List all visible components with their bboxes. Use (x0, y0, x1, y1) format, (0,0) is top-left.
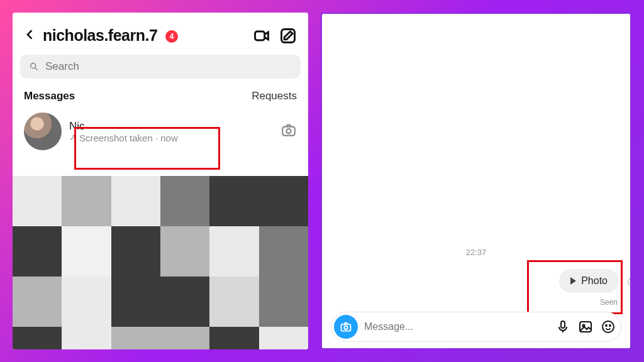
svg-rect-4 (282, 127, 295, 136)
avatar (24, 112, 62, 150)
back-icon[interactable] (24, 28, 36, 43)
svg-line-3 (35, 68, 37, 70)
play-icon (570, 277, 576, 285)
video-call-icon[interactable] (253, 27, 270, 45)
message-composer (331, 312, 621, 342)
notification-badge: 4 (165, 30, 178, 43)
inbox-tabs: Messages Requests (13, 86, 308, 106)
chat-body: 22:37 Photo Seen (322, 14, 630, 348)
composer-actions (555, 319, 616, 334)
camera-icon[interactable] (280, 122, 297, 141)
compose-icon[interactable] (279, 27, 297, 45)
photo-message-label: Photo (581, 275, 608, 287)
sticker-icon[interactable] (601, 319, 616, 334)
tab-requests[interactable]: Requests (252, 90, 297, 102)
conversation-row[interactable]: Nic ↗ Screenshot taken · now (13, 106, 308, 159)
search-field[interactable] (20, 55, 301, 79)
svg-point-5 (286, 129, 291, 133)
svg-point-13 (606, 325, 607, 326)
photo-message-bubble[interactable]: Photo (559, 269, 619, 293)
svg-rect-0 (255, 31, 265, 40)
camera-button[interactable] (334, 315, 358, 339)
svg-rect-1 (282, 29, 295, 42)
conversation-name: Nic (69, 120, 273, 133)
svg-point-14 (609, 325, 611, 326)
conversation-subtitle: ↗ Screenshot taken · now (69, 133, 273, 143)
pixelated-overlay (13, 176, 308, 349)
sent-message-block: Photo Seen (559, 269, 619, 307)
svg-rect-6 (341, 324, 351, 331)
seen-status: Seen (559, 298, 618, 307)
search-input[interactable] (45, 60, 292, 73)
gallery-icon[interactable] (578, 319, 593, 334)
inbox-panel: nicholas.fearn.7 4 Messages Requests (13, 13, 308, 349)
message-input[interactable] (364, 321, 549, 332)
inbox-header: nicholas.fearn.7 4 (13, 13, 308, 51)
chat-timestamp: 22:37 (322, 248, 630, 257)
loading-spinner-icon (628, 278, 631, 287)
header-actions (253, 27, 297, 45)
svg-point-7 (344, 326, 348, 330)
share-arrow-icon: ↗ (69, 132, 77, 142)
conversation-text: Nic ↗ Screenshot taken · now (69, 120, 273, 143)
svg-point-2 (31, 63, 36, 69)
search-icon (29, 62, 39, 72)
svg-rect-8 (561, 321, 565, 328)
svg-point-12 (602, 321, 614, 332)
chat-panel: 22:37 Photo Seen (321, 13, 631, 349)
username-label: nicholas.fearn.7 (43, 26, 157, 44)
tab-messages[interactable]: Messages (24, 90, 75, 102)
microphone-icon[interactable] (555, 319, 570, 334)
account-username[interactable]: nicholas.fearn.7 4 (43, 26, 247, 45)
conversation-subtitle-label: Screenshot taken · now (79, 133, 178, 143)
